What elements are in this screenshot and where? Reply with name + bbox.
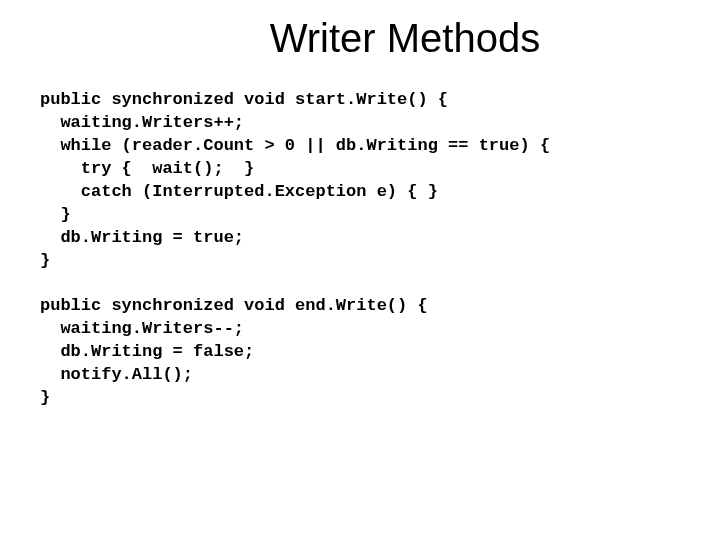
code-block: public synchronized void start.Write() {… (40, 89, 720, 410)
code-line: } (40, 205, 71, 224)
code-line: notify.All(); (40, 365, 193, 384)
code-line: } (40, 388, 50, 407)
code-line: public synchronized void start.Write() { (40, 90, 448, 109)
slide-title: Writer Methods (0, 16, 720, 61)
code-line: try { wait(); } (40, 159, 254, 178)
code-line: catch (Interrupted.Exception e) { } (40, 182, 438, 201)
code-line: } (40, 251, 50, 270)
slide: Writer Methods public synchronized void … (0, 16, 720, 540)
code-line: db.Writing = true; (40, 228, 244, 247)
code-line: public synchronized void end.Write() { (40, 296, 428, 315)
code-line: waiting.Writers++; (40, 113, 244, 132)
code-line: waiting.Writers--; (40, 319, 244, 338)
code-line: db.Writing = false; (40, 342, 254, 361)
code-line: while (reader.Count > 0 || db.Writing ==… (40, 136, 550, 155)
